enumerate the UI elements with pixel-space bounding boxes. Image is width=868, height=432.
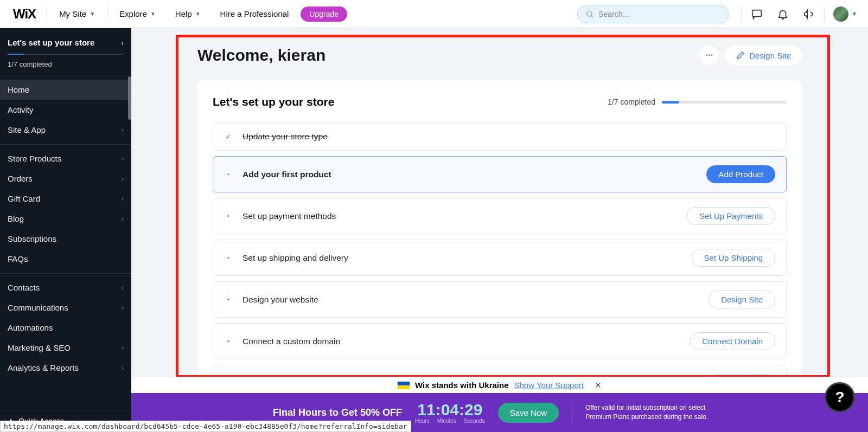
setup-step[interactable]: •Connect a custom domainConnect Domain bbox=[213, 323, 787, 359]
site-selector[interactable]: My Site ▼ bbox=[52, 5, 103, 23]
sidebar-item-label: Marketing & SEO bbox=[8, 343, 71, 352]
design-site-button[interactable]: Design Site bbox=[725, 46, 802, 65]
hire-label: Hire a Professional bbox=[220, 9, 289, 18]
chevron-down-icon: ▼ bbox=[195, 11, 201, 17]
sidebar-item-faqs[interactable]: FAQs bbox=[0, 249, 131, 269]
sidebar-item-label: Analytics & Reports bbox=[8, 363, 79, 372]
upgrade-button[interactable]: Upgrade bbox=[301, 7, 347, 22]
sidebar-item-label: Communications bbox=[8, 303, 68, 312]
step-action-button[interactable]: Add Product bbox=[706, 165, 775, 183]
site-selector-label: My Site bbox=[59, 9, 86, 18]
setup-step[interactable]: •Design your websiteDesign Site bbox=[213, 281, 787, 318]
step-action-button[interactable]: Set Up Payments bbox=[687, 207, 775, 225]
chevron-right-icon: › bbox=[122, 175, 124, 183]
chevron-right-icon: › bbox=[121, 38, 124, 47]
check-icon: ✓ bbox=[224, 132, 233, 141]
help-menu[interactable]: Help ▼ bbox=[168, 5, 208, 23]
pencil-icon bbox=[736, 51, 745, 60]
divider bbox=[47, 7, 47, 22]
hire-professional[interactable]: Hire a Professional bbox=[213, 5, 297, 23]
bullet-icon: • bbox=[224, 213, 233, 219]
chevron-right-icon: › bbox=[122, 284, 124, 292]
sidebar-item-marketing-seo[interactable]: Marketing & SEO› bbox=[0, 338, 131, 358]
sidebar-item-site-app[interactable]: Site & App› bbox=[0, 120, 131, 140]
help-fab-button[interactable]: ? bbox=[825, 382, 855, 412]
more-actions-button[interactable]: ··· bbox=[699, 46, 719, 65]
divider bbox=[741, 7, 742, 22]
promo-headline: Final Hours to Get 50% OFF bbox=[273, 407, 402, 418]
step-action-button[interactable]: Set Up Shipping bbox=[692, 249, 775, 267]
megaphone-icon[interactable] bbox=[798, 3, 820, 25]
chevron-right-icon: › bbox=[122, 126, 124, 134]
bullet-icon: • bbox=[224, 338, 233, 344]
setup-step[interactable]: ✓Update your store type bbox=[213, 122, 787, 151]
bell-icon[interactable] bbox=[772, 3, 794, 25]
bullet-icon: • bbox=[224, 296, 233, 302]
sidebar-item-home[interactable]: Home bbox=[0, 80, 131, 100]
sidebar-menu[interactable]: HomeActivitySite & App›Store Products›Or… bbox=[0, 76, 131, 410]
sidebar-item-label: Contacts bbox=[8, 283, 40, 292]
search-placeholder: Search... bbox=[598, 10, 629, 18]
chevron-down-icon: ▼ bbox=[150, 11, 156, 17]
step-label: Update your store type bbox=[242, 132, 328, 141]
svg-point-0 bbox=[587, 11, 592, 16]
sidebar-item-label: Activity bbox=[8, 105, 34, 114]
card-progress-bar bbox=[662, 101, 787, 104]
explore-label: Explore bbox=[119, 9, 147, 18]
step-action-button[interactable]: Connect Domain bbox=[690, 332, 775, 350]
sidebar-item-label: Blog bbox=[8, 214, 24, 223]
ukraine-link[interactable]: Show Your Support bbox=[514, 381, 583, 390]
svg-rect-2 bbox=[752, 10, 762, 16]
sidebar-item-label: Automations bbox=[8, 323, 53, 332]
sidebar-item-orders[interactable]: Orders› bbox=[0, 169, 131, 189]
ukraine-text: Wix stands with Ukraine bbox=[415, 381, 508, 390]
account-menu[interactable]: ▼ bbox=[829, 3, 861, 25]
sidebar-item-store-products[interactable]: Store Products› bbox=[0, 149, 131, 169]
sidebar-item-blog[interactable]: Blog› bbox=[0, 209, 131, 229]
chat-icon[interactable] bbox=[746, 3, 768, 25]
chevron-down-icon: ▼ bbox=[852, 11, 857, 17]
help-label: Help bbox=[175, 9, 192, 18]
chevron-right-icon: › bbox=[122, 155, 124, 163]
sidebar-item-label: Subscriptions bbox=[8, 234, 56, 243]
step-label: Set up payment methods bbox=[242, 211, 336, 221]
sidebar-item-contacts[interactable]: Contacts› bbox=[0, 278, 131, 298]
card-completed-text: 1/7 completed bbox=[608, 98, 655, 106]
step-label: Design your website bbox=[242, 295, 318, 305]
sidebar-item-label: Orders bbox=[8, 174, 33, 183]
sidebar-item-analytics-reports[interactable]: Analytics & Reports› bbox=[0, 358, 131, 378]
sidebar-item-subscriptions[interactable]: Subscriptions bbox=[0, 229, 131, 249]
topbar: WiX My Site ▼ Explore ▼ Help ▼ Hire a Pr… bbox=[0, 0, 868, 28]
sidebar-completed-text: 1/7 completed bbox=[8, 60, 124, 68]
sidebar-progress-bar bbox=[8, 54, 124, 55]
chevron-down-icon: ▼ bbox=[90, 11, 95, 17]
setup-step[interactable]: •Set up shipping and deliverySet Up Ship… bbox=[213, 240, 787, 276]
sidebar-item-automations[interactable]: Automations bbox=[0, 318, 131, 338]
sidebar-item-gift-card[interactable]: Gift Card› bbox=[0, 189, 131, 209]
sidebar-setup-block[interactable]: Let's set up your store › 1/7 completed bbox=[0, 28, 131, 76]
bullet-icon: • bbox=[224, 171, 233, 177]
welcome-title: Welcome, kieran bbox=[197, 46, 326, 65]
wix-logo[interactable]: WiX bbox=[7, 7, 42, 22]
main-area: Welcome, kieran ··· Design Site Let's se… bbox=[131, 28, 868, 432]
step-label: Add your first product bbox=[242, 170, 331, 179]
close-icon[interactable]: ✕ bbox=[595, 381, 602, 390]
sidebar-setup-title: Let's set up your store bbox=[8, 38, 94, 47]
setup-step[interactable]: •Set up payment methodsSet Up Payments bbox=[213, 198, 787, 234]
step-label: Set up shipping and delivery bbox=[242, 253, 348, 263]
save-now-button[interactable]: Save Now bbox=[498, 403, 559, 423]
divider bbox=[107, 7, 107, 22]
avatar bbox=[833, 7, 848, 22]
search-input[interactable]: Search... bbox=[577, 5, 729, 23]
search-icon bbox=[585, 10, 594, 18]
step-action-button[interactable]: Design Site bbox=[709, 291, 775, 308]
setup-step[interactable]: •Add your first productAdd Product bbox=[213, 156, 787, 192]
sidebar: Let's set up your store › 1/7 completed … bbox=[0, 28, 131, 432]
promo-hours-label: Hours bbox=[415, 418, 430, 424]
chevron-right-icon: › bbox=[122, 364, 124, 372]
sidebar-item-communications[interactable]: Communications› bbox=[0, 298, 131, 318]
sidebar-item-activity[interactable]: Activity bbox=[0, 100, 131, 120]
svg-line-1 bbox=[591, 16, 593, 17]
step-label: Connect a custom domain bbox=[242, 337, 340, 346]
explore-menu[interactable]: Explore ▼ bbox=[112, 5, 163, 23]
